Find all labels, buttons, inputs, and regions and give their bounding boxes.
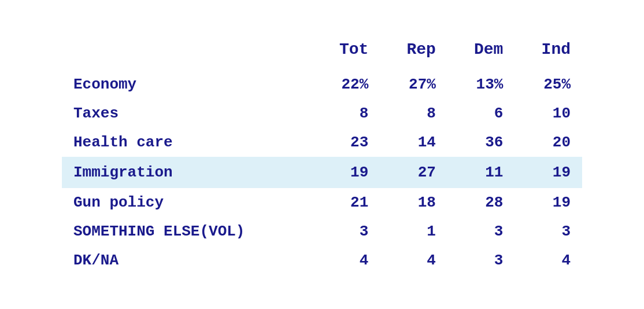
row-rep: 27% bbox=[380, 70, 447, 99]
header-dem: Dem bbox=[447, 35, 515, 70]
row-dem: 28 bbox=[447, 188, 515, 217]
table-row: DK/NA4434 bbox=[62, 246, 582, 275]
row-label: Taxes bbox=[62, 99, 313, 128]
row-label: Gun policy bbox=[62, 188, 313, 217]
row-ind: 19 bbox=[515, 157, 582, 188]
row-rep: 27 bbox=[380, 157, 447, 188]
row-label: Immigration bbox=[62, 157, 313, 188]
row-dem: 3 bbox=[447, 217, 515, 246]
row-dem: 6 bbox=[447, 99, 515, 128]
row-dem: 13% bbox=[447, 70, 515, 99]
row-rep: 18 bbox=[380, 188, 447, 217]
row-tot: 23 bbox=[313, 128, 380, 157]
row-rep: 14 bbox=[380, 128, 447, 157]
row-rep: 1 bbox=[380, 217, 447, 246]
row-tot: 22% bbox=[313, 70, 380, 99]
row-ind: 19 bbox=[515, 188, 582, 217]
row-label: Economy bbox=[62, 70, 313, 99]
table-row: Taxes88610 bbox=[62, 99, 582, 128]
header-tot: Tot bbox=[313, 35, 380, 70]
row-tot: 8 bbox=[313, 99, 380, 128]
row-tot: 3 bbox=[313, 217, 380, 246]
row-ind: 4 bbox=[515, 246, 582, 275]
table-row: SOMETHING ELSE(VOL)3133 bbox=[62, 217, 582, 246]
table-row: Immigration19271119 bbox=[62, 157, 582, 188]
row-dem: 11 bbox=[447, 157, 515, 188]
row-label: SOMETHING ELSE(VOL) bbox=[62, 217, 313, 246]
header-label-col bbox=[62, 35, 313, 70]
table-row: Economy22%27%13%25% bbox=[62, 70, 582, 99]
header-rep: Rep bbox=[380, 35, 447, 70]
data-table: Tot Rep Dem Ind Economy22%27%13%25%Taxes… bbox=[62, 35, 582, 275]
row-ind: 3 bbox=[515, 217, 582, 246]
row-tot: 21 bbox=[313, 188, 380, 217]
row-ind: 25% bbox=[515, 70, 582, 99]
row-rep: 4 bbox=[380, 246, 447, 275]
header-row: Tot Rep Dem Ind bbox=[62, 35, 582, 70]
row-label: Health care bbox=[62, 128, 313, 157]
main-table-container: Tot Rep Dem Ind Economy22%27%13%25%Taxes… bbox=[62, 35, 582, 275]
table-row: Health care23143620 bbox=[62, 128, 582, 157]
row-ind: 20 bbox=[515, 128, 582, 157]
row-dem: 3 bbox=[447, 246, 515, 275]
row-rep: 8 bbox=[380, 99, 447, 128]
row-tot: 4 bbox=[313, 246, 380, 275]
table-row: Gun policy21182819 bbox=[62, 188, 582, 217]
header-ind: Ind bbox=[515, 35, 582, 70]
row-label: DK/NA bbox=[62, 246, 313, 275]
row-dem: 36 bbox=[447, 128, 515, 157]
row-ind: 10 bbox=[515, 99, 582, 128]
row-tot: 19 bbox=[313, 157, 380, 188]
